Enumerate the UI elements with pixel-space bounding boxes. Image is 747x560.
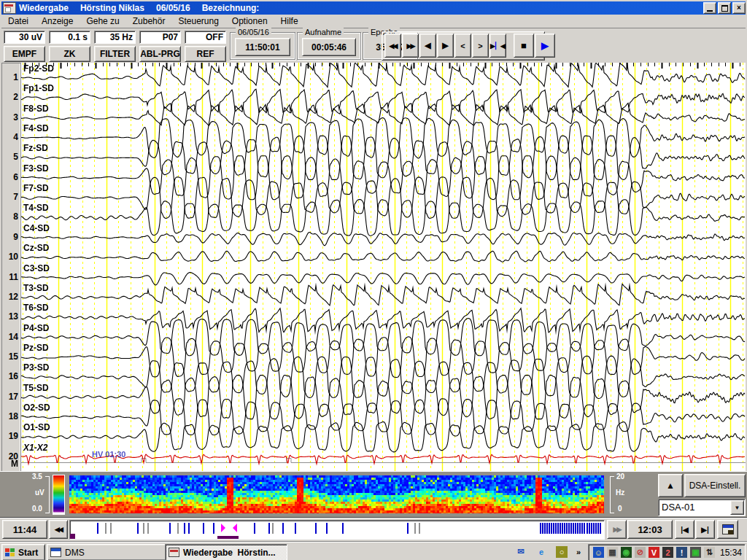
forward-icon: ▶▶ [614, 526, 621, 533]
timeline-event-tick [570, 523, 572, 534]
timeline-event-tick [544, 523, 546, 534]
group-time-button[interactable]: 11:50:01 [235, 38, 290, 56]
menu-item-steuerung[interactable]: Steuerung [171, 15, 225, 28]
timeline-event-tick [573, 523, 574, 534]
channel-label: F3-SD [23, 163, 49, 174]
timeline-event-tick [272, 523, 274, 534]
goto-start-button[interactable]: |◀ [675, 520, 694, 539]
application-window: Wiedergabe Hörsting Niklas 06/05/16 Beze… [0, 0, 747, 560]
channel-label: T3-SD [23, 283, 49, 293]
toolbar-value-filter[interactable]: 35 Hz [94, 31, 136, 44]
group-aufnahme: Aufnahme00:05:46 [297, 32, 361, 60]
channel-label: X1-X2 [23, 443, 47, 453]
nav-prev-button[interactable]: ◀◀ [49, 520, 68, 539]
stop-button[interactable]: ■ [514, 34, 534, 58]
user-agent-icon[interactable]: ☺ [593, 547, 604, 558]
close-button[interactable]: × [732, 2, 746, 14]
channel-label: Cz-SD [23, 243, 49, 253]
step-back-button[interactable]: ◀ [419, 34, 436, 58]
app-icon [3, 2, 16, 14]
dsa-settings-button[interactable]: DSA-Einstell. [684, 474, 746, 497]
step-forward-button[interactable]: ▶ [437, 34, 454, 58]
timeline-marker-right[interactable] [233, 524, 237, 532]
toolbar-button-empf[interactable]: EMPF [4, 46, 45, 62]
timeline-event-tick [143, 523, 144, 534]
timeline-event-tick [546, 523, 548, 534]
minimize-button[interactable] [703, 2, 716, 14]
fast-forward-button[interactable]: ▶▶ [402, 34, 419, 58]
toolbar: 30 uVEMPF0.1 sZK35 HzFILTERP07ABL-PRGOFF… [1, 28, 746, 64]
dsa-scale-min: 0.0 [32, 505, 42, 513]
page-forward-button[interactable]: > [472, 34, 489, 58]
toolbar-button-filter[interactable]: FILTER [94, 46, 136, 62]
play-button[interactable]: ▶ [535, 34, 555, 58]
camera-icon[interactable]: 2 [662, 547, 673, 558]
toolbar-value-zk[interactable]: 0.1 s [49, 31, 90, 44]
restore-button[interactable] [718, 2, 731, 14]
ie-icon[interactable]: e [535, 546, 547, 558]
timeline-event-tick [110, 523, 112, 534]
timeline-event-tick [589, 523, 590, 534]
display-icon[interactable]: ▣ [690, 547, 701, 558]
nvidia-icon[interactable]: ◉ [621, 547, 632, 558]
dsa-preset-value: DSA-01 [662, 502, 695, 513]
menu-item-datei[interactable]: Datei [1, 15, 35, 28]
menu-item-zubehör[interactable]: Zubehör [126, 15, 172, 28]
task-button-dms[interactable]: DMS [47, 544, 168, 560]
toolbar-button-abl-prg[interactable]: ABL-PRG [139, 46, 181, 62]
dsa-spectrogram[interactable] [69, 475, 604, 513]
clock-app-icon[interactable]: ○ [556, 546, 568, 558]
printer-icon[interactable]: ▦ [607, 547, 618, 558]
timeline-event-tick [568, 523, 570, 534]
timeline-event-tick [342, 523, 344, 534]
shield-icon[interactable]: ! [676, 547, 687, 558]
timeline-event-tick [597, 523, 599, 534]
title-bar: Wiedergabe Hörsting Niklas 06/05/16 Beze… [1, 1, 746, 15]
toolbar-value-ref[interactable]: OFF [185, 31, 226, 44]
report-button[interactable] [717, 520, 738, 539]
group-time-button[interactable]: 00:05:46 [302, 38, 356, 56]
goto-marker-button[interactable]: ▶▏◀ [489, 34, 506, 58]
recording-timeline[interactable] [69, 520, 605, 540]
goto-end-button[interactable]: ▶| [695, 520, 715, 539]
eeg-traces-canvas[interactable] [21, 63, 746, 471]
timeline-event-tick [282, 523, 284, 534]
antivirus-icon[interactable]: V [649, 547, 659, 558]
toolbar-value-abl-prg[interactable]: P07 [139, 31, 181, 44]
channel-number: 17 [1, 392, 18, 402]
blocked-icon[interactable]: ⊘ [635, 547, 646, 558]
menu-item-anzeige[interactable]: Anzeige [35, 15, 80, 28]
timeline-event-tick [553, 523, 554, 534]
timeline-event-tick [566, 523, 568, 534]
channel-number: 10 [1, 252, 18, 262]
page-back-button[interactable]: < [454, 34, 471, 58]
task-button-wiedergabe[interactable]: Wiedergabe Hörstin... [165, 544, 287, 560]
timeline-event-tick [579, 523, 581, 534]
dsa-preset-combobox[interactable]: DSA-01 ▼ [658, 499, 746, 516]
toolbar-field-filter: 35 HzFILTER [94, 31, 136, 62]
up-triangle-icon: ▲ [666, 481, 675, 491]
dsa-right-bracket [610, 476, 614, 513]
menu-item-optionen[interactable]: Optionen [225, 15, 274, 28]
timeline-marker-left[interactable] [221, 524, 225, 532]
timeline-event-tick [315, 523, 317, 534]
mail-icon[interactable]: ✉ [515, 546, 527, 558]
toolbar-button-zk[interactable]: ZK [49, 46, 90, 62]
tray-chevron-icon[interactable]: » [576, 548, 581, 556]
start-button[interactable]: Start [1, 544, 45, 560]
hv-annotation: HV 01:30 [92, 450, 125, 459]
network-icon[interactable]: ⇅ [704, 547, 715, 558]
menu-item-gehe-zu[interactable]: Gehe zu [80, 15, 125, 28]
menu-item-hilfe[interactable]: Hilfe [274, 15, 305, 28]
timeline-event-tick [268, 523, 270, 534]
toolbar-value-empf[interactable]: 30 uV [4, 31, 45, 44]
toolbar-button-ref[interactable]: REF [185, 46, 226, 62]
dsa-up-button[interactable]: ▲ [658, 474, 683, 497]
nav-next-button[interactable]: ▶▶ [607, 520, 627, 539]
navigation-bar: 11:44 ◀◀ ▶▶ 12:03 |◀ ▶| [0, 518, 747, 541]
task-label: Wiedergabe Hörstin... [183, 548, 276, 558]
combo-dropdown-button[interactable]: ▼ [730, 500, 744, 515]
eeg-display[interactable]: 1234567891011121314151617181920 Fp2-SDFp… [1, 63, 746, 471]
fast-rewind-button[interactable]: ◀◀ [384, 34, 401, 58]
title-date: 06/05/16 [156, 3, 190, 13]
